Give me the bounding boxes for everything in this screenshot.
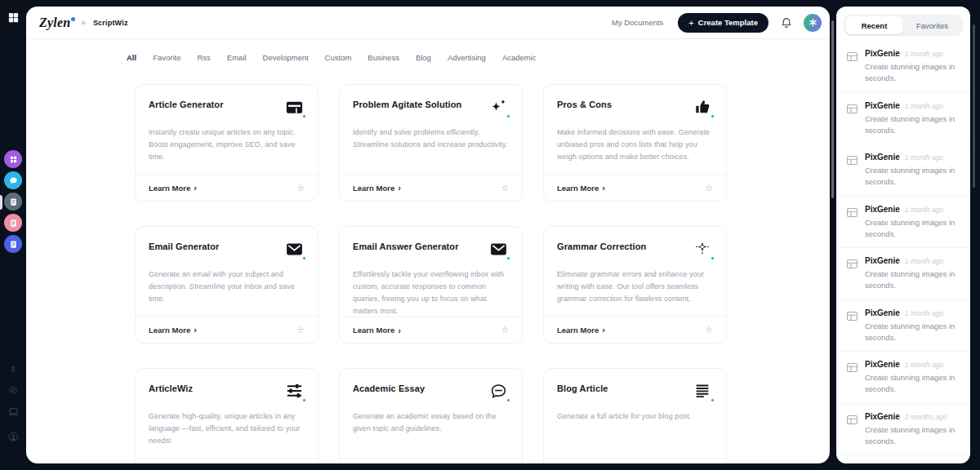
star-icon[interactable]: ☆ (296, 325, 305, 335)
template-card[interactable]: ArticleWiz Generate high-quality, unique… (135, 368, 318, 463)
star-icon[interactable]: ☆ (705, 325, 713, 335)
create-template-button[interactable]: + Create Template (678, 13, 768, 33)
right-panel-scrollbar[interactable] (973, 24, 975, 188)
recent-item-time: 1 month ago (905, 309, 943, 317)
workspace-rose[interactable] (4, 214, 22, 232)
chevron-right-icon: › (602, 325, 605, 335)
recent-item[interactable]: PixGenie 2 months ago Create stunning im… (836, 455, 970, 463)
template-icon (846, 51, 858, 85)
chevron-right-icon: › (398, 183, 401, 193)
star-icon[interactable]: ☆ (705, 183, 713, 193)
star-icon[interactable]: ☆ (296, 183, 305, 193)
filter-tab-business[interactable]: Business (368, 51, 399, 64)
card-footer: Learn More › ☆ (340, 458, 522, 463)
template-card[interactable]: Problem Agitate Solution Identify and so… (339, 84, 523, 202)
logo-dot (71, 17, 75, 21)
card-description: Generate an academic essay based on the … (353, 410, 509, 435)
filter-tab-custom[interactable]: Custom (325, 51, 352, 64)
recent-item[interactable]: PixGenie 1 month ago Create stunning ima… (836, 352, 970, 404)
recent-item[interactable]: PixGenie 2 months ago Create stunning im… (836, 404, 970, 456)
template-icon (846, 154, 858, 188)
card-title: ArticleWiz (149, 380, 193, 393)
workspace-blue[interactable] (4, 235, 22, 253)
rail-bottom-icons: $ (0, 363, 26, 443)
recent-item-time: 1 month ago (905, 50, 943, 58)
card-body: Grammar Correction Eliminate grammar err… (544, 227, 726, 316)
bell-icon[interactable] (780, 16, 793, 29)
template-card[interactable]: Grammar Correction Eliminate grammar err… (543, 226, 727, 344)
learn-more-link[interactable]: Learn More › (353, 183, 401, 193)
laptop-icon[interactable] (7, 406, 20, 418)
essay-icon (489, 382, 508, 401)
workspace-cyan[interactable] (4, 171, 22, 189)
tab-favorites[interactable]: Favorites (903, 16, 961, 34)
recent-item[interactable]: PixGenie 1 month ago Create stunning ima… (836, 144, 970, 197)
plus-icon: + (688, 18, 693, 28)
filter-tab-advertising[interactable]: Advertising (448, 51, 486, 64)
doc-icon (9, 240, 18, 249)
workspace-slate[interactable] (4, 193, 22, 211)
recent-item[interactable]: PixGenie 1 month ago Create stunning ima… (836, 248, 970, 300)
card-description: Generate an email with your subject and … (149, 268, 305, 305)
template-card[interactable]: Email Generator Generate an email with y… (135, 226, 318, 344)
main-scrollbar[interactable] (831, 20, 834, 198)
filter-tabs: AllFavoriteRssEmailDevelopmentCustomBusi… (127, 51, 537, 64)
card-description: Identify and solve problems efficiently.… (353, 126, 509, 151)
status-dot (506, 114, 510, 118)
recent-item-description: Create stunning images in seconds. (865, 217, 962, 241)
filter-tab-email[interactable]: Email (227, 51, 247, 64)
learn-more-link[interactable]: Learn More › (149, 183, 197, 193)
card-footer: Learn More › ☆ (544, 458, 726, 463)
recent-item[interactable]: PixGenie 1 month ago Create stunning ima… (836, 93, 970, 145)
filter-tab-development[interactable]: Development (263, 51, 309, 64)
support-icon[interactable] (7, 431, 20, 443)
card-title: Email Generator (149, 238, 219, 251)
filter-tab-rss[interactable]: Rss (197, 51, 210, 64)
card-description: Effortlessly tackle your overflowing inb… (353, 268, 509, 317)
recent-item-time: 1 month ago (905, 153, 943, 162)
learn-more-label: Learn More (149, 184, 190, 193)
article-icon (285, 98, 304, 117)
recent-item-title: PixGenie (865, 205, 900, 214)
workspace-purple[interactable] (4, 150, 22, 168)
star-icon[interactable]: ☆ (501, 325, 509, 335)
learn-more-link[interactable]: Learn More › (149, 325, 197, 335)
card-title: Grammar Correction (557, 238, 646, 251)
learn-more-link[interactable]: Learn More › (353, 326, 401, 335)
card-footer: Learn More › ☆ (340, 317, 522, 343)
template-card[interactable]: Email Answer Generator Effortlessly tack… (339, 226, 523, 344)
recent-item[interactable]: PixGenie 1 month ago Create stunning ima… (836, 197, 970, 249)
learn-more-link[interactable]: Learn More › (557, 325, 605, 335)
learn-more-link[interactable]: Learn More › (557, 183, 605, 193)
recent-item[interactable]: PixGenie 1 month ago Create stunning ima… (836, 41, 970, 93)
my-documents-link[interactable]: My Documents (612, 18, 663, 27)
dollar-icon[interactable]: $ (7, 363, 19, 375)
status-dot (506, 256, 510, 260)
recent-item[interactable]: PixGenie 1 month ago Create stunning ima… (836, 300, 970, 352)
recent-item-time: 1 month ago (905, 257, 943, 265)
doc-icon (9, 197, 18, 206)
tab-recent[interactable]: Recent (845, 16, 903, 34)
template-icon (846, 258, 858, 292)
filter-tab-favorite[interactable]: Favorite (153, 51, 180, 64)
grammar-icon (694, 241, 710, 257)
template-card[interactable]: Article Generator Instantly create uniqu… (135, 84, 318, 202)
filter-tab-blog[interactable]: Blog (416, 51, 431, 64)
apps-launcher-button[interactable] (0, 11, 26, 24)
chevron-right-icon: › (602, 183, 605, 193)
template-card[interactable]: Pros & Cons Make informed decisions with… (543, 84, 727, 202)
template-card[interactable]: Blog Article Generate a full article for… (543, 368, 727, 463)
gear-icon[interactable] (7, 384, 19, 396)
workspace-name: ScriptWiz (93, 19, 128, 27)
recent-item-description: Create stunning images in seconds. (865, 321, 962, 344)
blog-icon (693, 382, 711, 400)
recent-item-description: Create stunning images in seconds. (865, 165, 962, 188)
avatar[interactable] (804, 14, 822, 32)
sparkles-icon (488, 97, 508, 117)
recent-favorites-toggle: RecentFavorites (844, 15, 963, 36)
star-icon[interactable]: ☆ (501, 183, 509, 193)
filter-tab-all[interactable]: All (127, 51, 136, 64)
template-card[interactable]: Academic Essay Generate an academic essa… (339, 368, 523, 463)
filter-tab-academic[interactable]: Academic (502, 51, 537, 64)
learn-more-label: Learn More (149, 326, 190, 335)
